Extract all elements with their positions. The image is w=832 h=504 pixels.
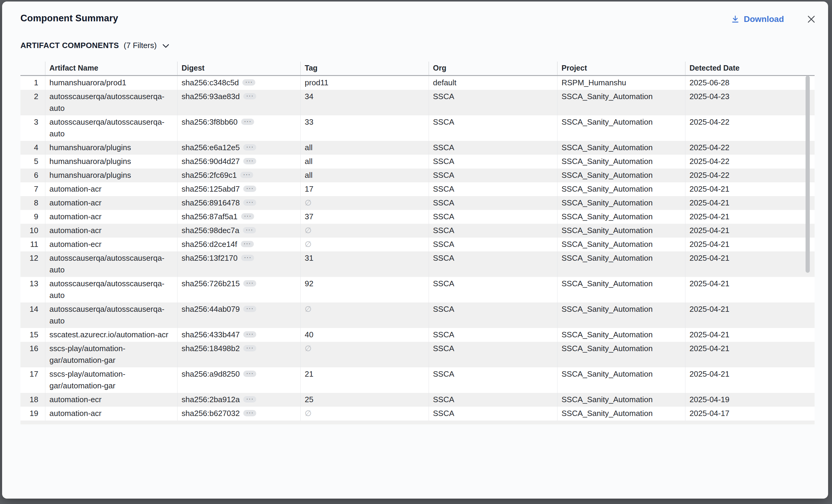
detected-date-cell: 2025-04-21 [685, 182, 814, 196]
artifact-name-cell: sscs-play/automation-gar/automation-gar [45, 367, 177, 393]
digest-expand-pill[interactable]: ··· [243, 158, 256, 164]
tag-cell: 92 [301, 277, 428, 302]
org-cell: SSCA [428, 210, 557, 224]
digest-text: sha256:b627032 [182, 409, 240, 418]
tag-cell: all [301, 141, 428, 155]
chevron-down-icon[interactable] [162, 44, 170, 48]
digest-expand-pill[interactable]: ··· [243, 396, 256, 402]
digest-expand-pill[interactable]: ··· [243, 410, 256, 416]
artifact-name-cell: automation-ecr [45, 238, 177, 251]
digest-expand-pill[interactable]: ··· [243, 200, 256, 206]
project-cell: SSCA_Sanity_Automation [557, 196, 685, 210]
download-button[interactable]: Download [731, 15, 784, 24]
project-cell: SSCA_Sanity_Automation [557, 90, 685, 115]
digest-cell: sha256:a9d8250··· [177, 367, 301, 393]
header-actions: Download [731, 14, 816, 24]
artifact-name-cell: sscatest.azurecr.io/automation-acr [45, 328, 177, 342]
digest-text: sha256:3f8bb60 [182, 117, 238, 127]
table-vertical-scrollbar[interactable] [806, 76, 810, 273]
digest-expand-pill[interactable]: ··· [241, 118, 254, 125]
digest-expand-pill[interactable]: ··· [240, 172, 253, 178]
tag-cell: 37 [301, 210, 428, 224]
detected-date-cell: 2025-04-17 [685, 407, 814, 421]
row-number-cell: 9 [20, 210, 45, 224]
close-button[interactable] [806, 14, 816, 24]
digest-expand-pill[interactable]: ··· [242, 79, 255, 86]
digest-expand-pill[interactable]: ··· [243, 144, 256, 151]
tag-cell: 17 [301, 182, 428, 196]
digest-expand-pill[interactable]: ··· [241, 241, 254, 247]
org-cell: SSCA [428, 277, 557, 302]
table-row: 10automation-acrsha256:98dec7a···∅SSCASS… [20, 224, 814, 238]
org-cell: SSCA [428, 155, 557, 168]
digest-text: sha256:c348c5d [182, 78, 239, 87]
component-summary-modal: Component Summary Download [2, 1, 828, 499]
digest-cell: sha256:44ab079··· [177, 302, 301, 328]
digest-text: sha256:13f2170 [182, 254, 238, 263]
table-header-row: Artifact NameDigestTagOrgProjectDetected… [20, 61, 814, 76]
org-cell: SSCA [428, 393, 557, 407]
artifact-name-cell: automation-acr [45, 210, 177, 224]
table-row: 5humanshuarora/pluginssha256:90d4d27···a… [20, 155, 814, 168]
digest-expand-pill[interactable]: ··· [243, 371, 256, 377]
digest-text: sha256:726b215 [182, 279, 240, 288]
table-row: 14autosscauserqa/autosscauserqa-autosha2… [20, 302, 814, 328]
detected-date-cell: 2025-04-21 [685, 210, 814, 224]
org-cell: SSCA [428, 328, 557, 342]
tag-cell: ∅ [301, 407, 428, 421]
digest-cell: sha256:13f2170··· [177, 251, 301, 277]
tag-cell: ∅ [301, 196, 428, 210]
digest-expand-pill[interactable]: ··· [243, 306, 256, 312]
digest-expand-pill[interactable]: ··· [241, 213, 254, 219]
close-icon [807, 20, 816, 25]
project-cell: SSCA_Sanity_Automation [557, 393, 685, 407]
digest-expand-pill[interactable]: ··· [243, 186, 256, 192]
project-cell: SSCA_Sanity_Automation [557, 367, 685, 393]
org-cell: SSCA [428, 141, 557, 155]
digest-text: sha256:e6a12e5 [182, 143, 240, 152]
detected-date-cell: 2025-04-19 [685, 393, 814, 407]
digest-text: sha256:93ae83d [182, 92, 240, 101]
digest-cell: sha256:18498b2··· [177, 342, 301, 367]
column-header-tag: Tag [301, 61, 428, 76]
row-number-cell: 15 [20, 328, 45, 342]
digest-text: sha256:125abd7 [182, 184, 240, 193]
org-cell: SSCA [428, 168, 557, 182]
detected-date-cell: 2025-04-21 [685, 277, 814, 302]
column-header-digest: Digest [177, 61, 301, 76]
artifact-components-section-header[interactable]: ARTIFACT COMPONENTS (7 Filters) [20, 41, 170, 50]
digest-text: sha256:d2ce14f [182, 240, 237, 249]
digest-expand-pill[interactable]: ··· [243, 227, 256, 233]
artifact-name-cell: autosscauserqa/autosscauserqa-auto [45, 277, 177, 302]
artifact-name-cell: autosscauserqa/autosscauserqa-auto [45, 251, 177, 277]
digest-expand-pill[interactable]: ··· [241, 255, 254, 261]
digest-cell: sha256:726b215··· [177, 277, 301, 302]
artifact-name-cell: automation-acr [45, 196, 177, 210]
detected-date-cell: 2025-06-28 [685, 76, 814, 90]
digest-expand-pill[interactable]: ··· [243, 280, 256, 287]
row-number-cell: 19 [20, 407, 45, 421]
tag-cell: 34 [301, 90, 428, 115]
row-number-cell: 6 [20, 168, 45, 182]
project-cell: SSCA_Sanity_Automation [557, 277, 685, 302]
digest-text: sha256:44ab079 [182, 304, 240, 314]
digest-text: sha256:2ba912a [182, 395, 240, 404]
row-number-cell: 3 [20, 115, 45, 141]
digest-expand-pill[interactable]: ··· [243, 345, 256, 351]
table-row: 2autosscauserqa/autosscauserqa-autosha25… [20, 90, 814, 115]
artifact-name-cell: automation-ecr [45, 393, 177, 407]
row-number-cell: 16 [20, 342, 45, 367]
digest-text: sha256:90d4d27 [182, 157, 240, 166]
table-row: 8automation-acrsha256:8916478···∅SSCASSC… [20, 196, 814, 210]
project-cell: SSCA_Sanity_Automation [557, 328, 685, 342]
digest-expand-pill[interactable]: ··· [243, 93, 256, 100]
digest-text: sha256:87af5a1 [182, 212, 238, 221]
row-number-cell: 10 [20, 224, 45, 238]
org-cell: SSCA [428, 407, 557, 421]
org-cell: SSCA [428, 224, 557, 238]
digest-cell: sha256:87af5a1··· [177, 210, 301, 224]
digest-cell: sha256:125abd7··· [177, 182, 301, 196]
digest-expand-pill[interactable]: ··· [243, 331, 256, 338]
artifact-name-cell: sscs-play/automation-gar/automation-gar [45, 342, 177, 367]
section-title: ARTIFACT COMPONENTS [20, 41, 119, 50]
